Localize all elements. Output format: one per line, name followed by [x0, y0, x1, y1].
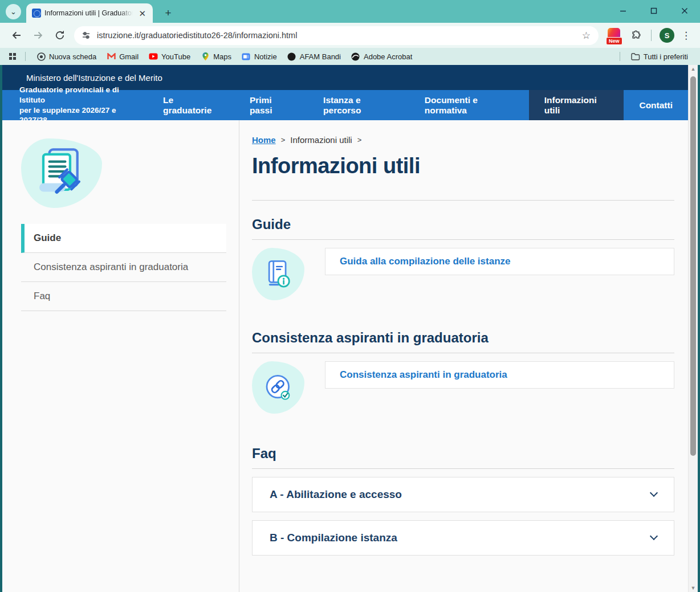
maps-pin-icon	[201, 52, 210, 61]
faq-accordion-b[interactable]: B - Compilazione istanza	[252, 520, 674, 556]
bookmark-label: Nuova scheda	[49, 52, 96, 61]
nav-documenti-e-normativa[interactable]: Documenti e normativa	[409, 90, 529, 120]
faq-accordion-a[interactable]: A - Abilitazione e accesso	[252, 477, 674, 512]
consistenza-link[interactable]: Consistenza aspiranti in graduatoria	[340, 369, 507, 381]
breadcrumb-separator: >	[281, 136, 286, 144]
bookmark-label: AFAM Bandi	[300, 52, 341, 61]
browser-menu-button[interactable]: ⋮	[678, 30, 694, 42]
sidebar-item-consistenza[interactable]: Consistenza aspiranti in graduatoria	[21, 253, 226, 282]
sidebar-item-label: Faq	[34, 291, 50, 301]
new-tab-button[interactable]: +	[161, 6, 176, 21]
breadcrumb-current: Informazioni utili	[290, 135, 352, 145]
extensions-button[interactable]	[627, 27, 644, 44]
nav-istanza-e-percorso[interactable]: Istanza e percorso	[308, 90, 409, 120]
section-heading-faq: Faq	[252, 446, 674, 462]
reload-button[interactable]	[51, 27, 68, 44]
tab-strip: ⌄ Informazioni utili | Graduatorie ✕ +	[0, 0, 700, 23]
guide-link[interactable]: Guida alla compilazione delle istanze	[340, 256, 510, 267]
book-info-icon	[252, 248, 304, 300]
address-bar[interactable]: istruzione.it/graduatoriedistituto26-28/…	[74, 26, 599, 45]
sidebar-item-faq[interactable]: Faq	[21, 282, 226, 311]
consistenza-link-card[interactable]: Consistenza aspiranti in graduatoria	[325, 361, 674, 389]
nav-label: Primi passi	[250, 95, 292, 116]
divider	[252, 239, 674, 240]
bookmark-nuova-scheda[interactable]: Nuova scheda	[36, 52, 96, 61]
section-heading-consistenza: Consistenza aspiranti in graduatoria	[252, 330, 674, 346]
bookmark-label: Notizie	[254, 52, 277, 61]
bookmark-youtube[interactable]: YouTube	[149, 52, 190, 61]
scrollbar-thumb[interactable]	[690, 76, 696, 456]
bookmarks-bar: Nuova scheda Gmail YouTube Maps Notizie …	[0, 48, 700, 65]
chevron-down-icon	[650, 489, 658, 497]
main-content: Home > Informazioni utili > Informazioni…	[239, 120, 688, 592]
nav-label: Informazioni utili	[544, 95, 609, 116]
divider	[252, 200, 674, 201]
site-settings-icon[interactable]	[81, 30, 91, 40]
sidebar-item-guide[interactable]: Guide	[21, 224, 226, 253]
bookmark-notizie[interactable]: Notizie	[242, 52, 277, 61]
faq-accordion-a-label: A - Abilitazione e accesso	[270, 488, 402, 501]
tab-search-button[interactable]: ⌄	[6, 4, 21, 19]
bookmark-maps[interactable]: Maps	[201, 52, 231, 61]
nav-primi-passi[interactable]: Primi passi	[234, 90, 308, 120]
maximize-icon	[650, 7, 658, 15]
tab-close-icon[interactable]: ✕	[136, 8, 148, 19]
nav-le-graduatorie[interactable]: Le graduatorie	[148, 90, 234, 120]
tab-title: Informazioni utili | Graduatorie	[44, 9, 133, 17]
nav-contatti[interactable]: Contatti	[624, 90, 688, 120]
back-arrow-icon	[11, 30, 22, 41]
bookmark-label: YouTube	[161, 52, 190, 61]
close-icon	[681, 7, 689, 15]
url-text[interactable]: istruzione.it/graduatoriedistituto26-28/…	[97, 31, 580, 40]
window-controls	[614, 2, 693, 19]
nav-items: Le graduatorie Primi passi Istanza e per…	[148, 90, 688, 120]
scroll-down-icon[interactable]: ▼	[689, 585, 698, 591]
section-heading-guide: Guide	[252, 217, 674, 232]
site-favicon	[32, 9, 41, 18]
bookmark-label: Adobe Acrobat	[364, 52, 412, 61]
faq-accordion-b-label: B - Compilazione istanza	[270, 532, 397, 544]
sidebar: Guide Consistenza aspiranti in graduator…	[2, 120, 239, 592]
minimize-button[interactable]	[614, 2, 632, 19]
browser-window: ⌄ Informazioni utili | Graduatorie ✕ +	[0, 0, 700, 592]
browser-tab[interactable]: Informazioni utili | Graduatorie ✕	[26, 3, 153, 23]
close-window-button[interactable]	[676, 2, 693, 19]
toolbar-separator	[651, 30, 652, 41]
bookmark-gmail[interactable]: Gmail	[107, 52, 139, 61]
chevron-down-icon	[650, 532, 658, 540]
nav-label: Istanza e percorso	[323, 95, 394, 116]
gmail-icon	[107, 52, 116, 61]
page-scrollbar[interactable]: ▲ ▼	[688, 65, 698, 592]
back-button[interactable]	[8, 27, 25, 44]
profile-avatar[interactable]: S	[660, 28, 674, 43]
apps-grid-icon[interactable]	[9, 53, 16, 60]
browser-toolbar: istruzione.it/graduatoriedistituto26-28/…	[0, 23, 700, 48]
minimize-icon	[619, 7, 627, 15]
puzzle-icon	[630, 30, 641, 41]
afam-icon	[287, 52, 296, 61]
link-check-icon	[252, 361, 304, 414]
bookmarks-separator	[620, 52, 620, 61]
bookmarks-separator	[25, 52, 26, 61]
folder-icon	[631, 52, 640, 61]
forward-button[interactable]	[30, 27, 47, 44]
scroll-up-icon[interactable]: ▲	[689, 66, 698, 72]
sidebar-item-label: Guide	[34, 232, 61, 243]
bookmark-afam-bandi[interactable]: AFAM Bandi	[287, 52, 341, 61]
site-content: Ministero dell'Istruzione e del Merito G…	[2, 65, 688, 592]
nav-label: Contatti	[639, 100, 673, 111]
divider	[252, 468, 674, 469]
sidebar-item-label: Consistenza aspiranti in graduatoria	[34, 262, 188, 272]
site-brand: Graduatorie provinciali e di Istituto pe…	[2, 90, 148, 120]
breadcrumb-home-link[interactable]: Home	[252, 135, 276, 145]
bookmark-adobe-acrobat[interactable]: Adobe Acrobat	[351, 52, 412, 61]
bookmark-star-icon[interactable]: ☆	[580, 30, 593, 42]
all-bookmarks-button[interactable]: Tutti i preferiti	[631, 52, 688, 61]
extension-new-button[interactable]: New	[605, 27, 622, 44]
guide-link-card[interactable]: Guida alla compilazione delle istanze	[325, 248, 674, 275]
consistenza-row: Consistenza aspiranti in graduatoria	[252, 361, 674, 414]
acrobat-icon	[351, 52, 360, 61]
maximize-button[interactable]	[645, 2, 662, 19]
nav-informazioni-utili[interactable]: Informazioni utili	[529, 90, 624, 120]
bookmark-label: Maps	[213, 52, 231, 61]
